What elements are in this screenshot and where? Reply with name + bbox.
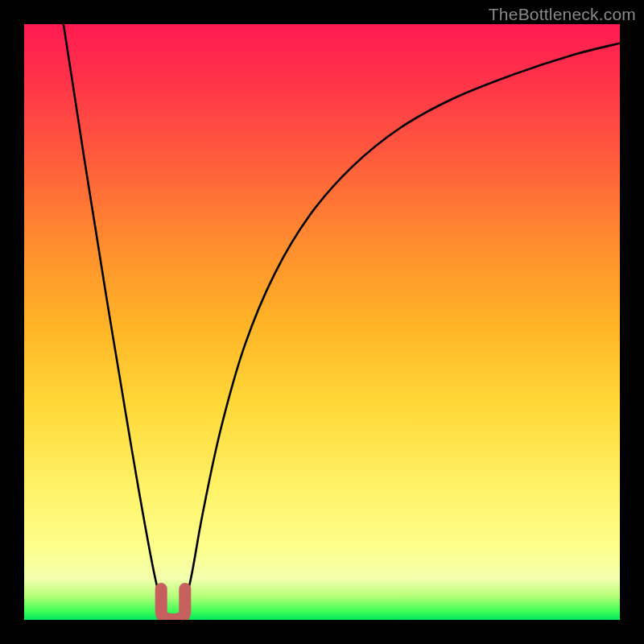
plot-area: [24, 24, 620, 620]
valley-marker: [161, 589, 185, 620]
chart-frame: TheBottleneck.com: [0, 0, 644, 644]
plot-svg: [24, 24, 620, 620]
watermark-text: TheBottleneck.com: [489, 5, 636, 24]
valley-marker-layer: [161, 589, 185, 620]
bottleneck-curve: [64, 24, 620, 618]
curve-layer: [64, 24, 620, 618]
